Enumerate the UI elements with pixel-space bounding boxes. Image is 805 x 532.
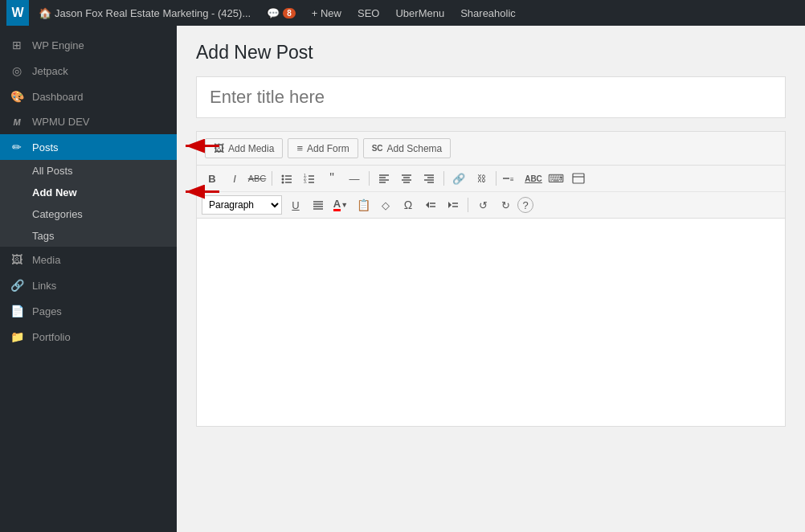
svg-point-4 bbox=[282, 175, 284, 178]
remove-link-button[interactable]: ⛓ bbox=[471, 169, 492, 188]
align-right-button[interactable] bbox=[419, 169, 439, 188]
align-left-button[interactable] bbox=[374, 169, 394, 188]
pages-icon: 📄 bbox=[10, 305, 24, 317]
add-media-label: Add Media bbox=[228, 143, 274, 154]
admin-bar: W 🏠 Jason Fox Real Estate Marketing - (4… bbox=[0, 0, 805, 26]
sidebar-item-links[interactable]: 🔗 Links bbox=[0, 272, 177, 298]
comments-count-badge: 8 bbox=[283, 8, 296, 18]
links-icon: 🔗 bbox=[10, 279, 24, 292]
sidebar-label-portfolio: Portfolio bbox=[32, 331, 167, 343]
sidebar-item-dashboard[interactable]: 🎨 Dashboard bbox=[0, 84, 177, 109]
svg-point-8 bbox=[282, 182, 284, 184]
add-schema-button[interactable]: SC Add Schema bbox=[363, 138, 452, 158]
adminbar-shareaholic[interactable]: Shareaholic bbox=[454, 0, 522, 26]
sidebar-item-posts[interactable]: ✏ Posts bbox=[0, 134, 177, 160]
hr-button[interactable]: — bbox=[344, 169, 365, 188]
svg-marker-39 bbox=[448, 202, 452, 208]
posts-arrow-annotation bbox=[179, 137, 223, 158]
strikethrough-button[interactable]: ABC bbox=[247, 169, 268, 188]
new-label: + New bbox=[312, 7, 341, 19]
svg-text:3.: 3. bbox=[304, 179, 307, 184]
sidebar-item-add-new[interactable]: Add New bbox=[0, 182, 177, 203]
media-buttons-row: 🖼 Add Media ≡ Add Form SC Add Schema bbox=[196, 131, 786, 165]
svg-rect-30 bbox=[573, 174, 584, 183]
sidebar-label-all-posts: All Posts bbox=[32, 165, 167, 177]
home-icon: 🏠 bbox=[39, 7, 51, 19]
undo-button[interactable]: ↺ bbox=[472, 195, 493, 215]
jetpack-icon: ◎ bbox=[10, 64, 24, 77]
sidebar-item-tags[interactable]: Tags bbox=[0, 225, 177, 247]
wp-logo-button[interactable]: W bbox=[6, 0, 29, 26]
svg-text:≡: ≡ bbox=[510, 176, 514, 183]
sidebar-label-dashboard: Dashboard bbox=[32, 91, 167, 103]
indent-button[interactable] bbox=[443, 195, 464, 215]
wp-logo-icon: W bbox=[11, 6, 23, 20]
help-button[interactable]: ? bbox=[517, 197, 533, 213]
posts-submenu: All Posts Add New bbox=[0, 160, 177, 247]
italic-button[interactable]: I bbox=[224, 169, 245, 188]
justify-button[interactable] bbox=[308, 195, 329, 215]
toolbar-sep-3 bbox=[443, 171, 444, 186]
seo-label: SEO bbox=[358, 7, 379, 19]
wp-engine-icon: ⊞ bbox=[10, 39, 24, 51]
add-form-label: Add Form bbox=[307, 143, 349, 154]
wpmu-icon: M bbox=[10, 117, 24, 127]
sidebar-label-tags: Tags bbox=[32, 230, 167, 242]
editor-toolbar: B I ABC 1.2.3. " — bbox=[196, 165, 786, 218]
toolbar-sep-2 bbox=[369, 171, 370, 186]
outdent-button[interactable] bbox=[420, 195, 441, 215]
ubermenu-label: UberMenu bbox=[395, 7, 444, 19]
insert-more-button[interactable]: ≡ bbox=[501, 169, 521, 188]
adminbar-ubermenu[interactable]: UberMenu bbox=[389, 0, 451, 26]
special-chars-button[interactable]: Ω bbox=[398, 195, 419, 215]
post-title-input[interactable] bbox=[196, 76, 786, 118]
adminbar-site-name[interactable]: 🏠 Jason Fox Real Estate Marketing - (425… bbox=[32, 0, 257, 26]
toolbar-row-2: Paragraph Heading 1 Heading 2 Heading 3 … bbox=[197, 192, 785, 218]
align-center-button[interactable] bbox=[396, 169, 417, 188]
spellcheck-button[interactable]: ABC bbox=[523, 169, 544, 188]
insert-link-button[interactable]: 🔗 bbox=[448, 169, 469, 188]
editor-wrapper: 🖼 Add Media ≡ Add Form SC Add Schema B I bbox=[196, 131, 786, 427]
sidebar-item-pages[interactable]: 📄 Pages bbox=[0, 298, 177, 324]
sidebar-item-wpmu-dev[interactable]: M WPMU DEV bbox=[0, 109, 177, 134]
adminbar-comments[interactable]: 💬 8 bbox=[260, 0, 302, 26]
sidebar: ⊞ WP Engine ◎ Jetpack 🎨 Dashboard M WPMU… bbox=[0, 26, 177, 532]
ordered-list-button[interactable]: 1.2.3. bbox=[299, 169, 320, 188]
sidebar-item-categories[interactable]: Categories bbox=[0, 203, 177, 225]
sidebar-label-add-new: Add New bbox=[32, 186, 167, 198]
toolbar-toggle-button[interactable] bbox=[568, 169, 589, 188]
dashboard-icon: 🎨 bbox=[10, 90, 24, 103]
toolbar-sep-5 bbox=[468, 198, 468, 212]
font-color-button[interactable]: A ▼ bbox=[330, 195, 351, 215]
sidebar-label-links: Links bbox=[32, 280, 167, 292]
sidebar-label-categories: Categories bbox=[32, 208, 167, 220]
sidebar-item-portfolio[interactable]: 📁 Portfolio bbox=[0, 324, 177, 350]
unordered-list-button[interactable] bbox=[276, 169, 297, 188]
add-new-arrow-annotation bbox=[179, 182, 223, 203]
sidebar-item-wp-engine[interactable]: ⊞ WP Engine bbox=[0, 32, 177, 58]
add-form-button[interactable]: ≡ Add Form bbox=[288, 138, 358, 158]
clear-format-button[interactable]: ◇ bbox=[375, 195, 396, 215]
underline-button[interactable]: U bbox=[285, 195, 306, 215]
editor-content-area[interactable] bbox=[196, 218, 786, 427]
sidebar-label-pages: Pages bbox=[32, 305, 167, 317]
sidebar-item-all-posts[interactable]: All Posts bbox=[0, 160, 177, 182]
sidebar-label-jetpack: Jetpack bbox=[32, 65, 167, 77]
paste-word-button[interactable]: 📋 bbox=[353, 195, 374, 215]
redo-button[interactable]: ↻ bbox=[495, 195, 516, 215]
blockquote-button[interactable]: " bbox=[321, 169, 342, 188]
site-name-label: Jason Fox Real Estate Marketing - (425).… bbox=[55, 7, 251, 19]
sidebar-label-posts: Posts bbox=[32, 141, 167, 153]
adminbar-seo[interactable]: SEO bbox=[351, 0, 386, 26]
main-content: Add New Post 🖼 Add Media ≡ Add Form SC A… bbox=[177, 26, 805, 532]
svg-marker-36 bbox=[426, 202, 429, 208]
sidebar-item-media[interactable]: 🖼 Media bbox=[0, 247, 177, 272]
sidebar-label-media: Media bbox=[32, 254, 167, 266]
svg-point-6 bbox=[282, 178, 284, 181]
comments-icon: 💬 bbox=[267, 7, 280, 19]
add-schema-icon: SC bbox=[372, 144, 383, 153]
posts-icon: ✏ bbox=[10, 141, 24, 153]
sidebar-item-jetpack[interactable]: ◎ Jetpack bbox=[0, 58, 177, 84]
fullscreen-button[interactable]: ⌨ bbox=[546, 169, 566, 188]
adminbar-new[interactable]: + New bbox=[305, 0, 348, 26]
